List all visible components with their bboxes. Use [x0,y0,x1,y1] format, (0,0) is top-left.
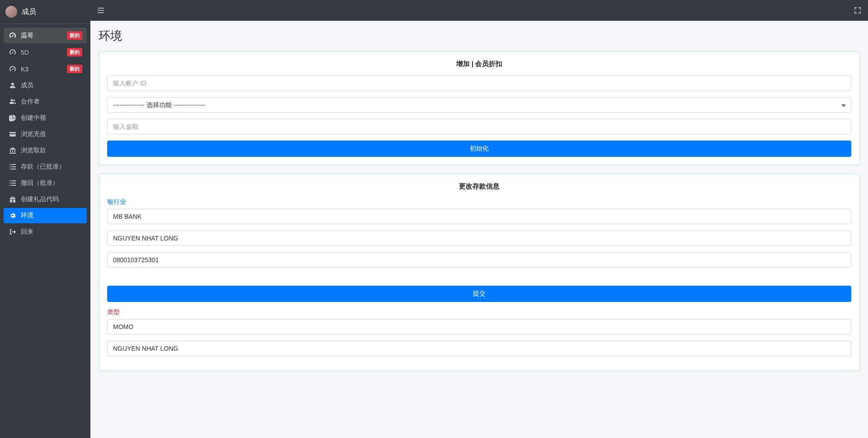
card-icon [8,131,17,138]
user-icon [8,82,17,89]
sidebar-item-7[interactable]: 浏览取款 [4,143,87,158]
sidebar-item-label: 合作者 [21,98,82,106]
sidebar-item-12[interactable]: 回来 [4,224,87,240]
account-id-input[interactable] [107,75,851,91]
bank-icon [8,147,17,154]
svg-rect-1 [9,133,16,134]
sidebar-item-3[interactable]: 成员 [4,78,87,93]
new-badge: 新的 [67,31,82,40]
type-label: 类型 [107,308,851,316]
dashboard-icon [8,66,17,73]
sidebar-item-label: 撤回（批准） [21,179,82,187]
svg-rect-14 [98,8,104,9]
fullscreen-button[interactable] [854,7,861,14]
svg-rect-9 [11,180,16,181]
new-badge: 新的 [67,48,82,57]
card-title: 增加 | 会员折扣 [107,60,851,68]
svg-rect-4 [9,166,10,167]
nav-list: 温哥新的5D新的K3新的成员合作者创建中视浏览充值浏览取款存款（已批准）撤回（批… [0,24,90,244]
account-number-input[interactable] [107,252,851,268]
bars-icon [98,7,104,14]
main: 环境 增加 | 会员折扣 --------------- 选择功能 ------… [90,0,868,438]
account-name-input[interactable] [107,231,851,246]
list-icon [8,179,17,187]
svg-rect-7 [11,169,16,170]
card-title: 更改存款信息 [107,182,851,191]
svg-rect-5 [11,166,16,167]
sidebar-item-6[interactable]: 浏览充值 [4,127,87,142]
sidebar-item-0[interactable]: 温哥新的 [4,28,87,43]
amount-input[interactable] [107,119,851,134]
svg-rect-10 [9,183,10,184]
sidebar-item-11[interactable]: 环境 [4,208,87,223]
svg-rect-12 [9,185,10,186]
type-input[interactable] [107,319,851,334]
sidebar-item-4[interactable]: 合作者 [4,94,87,109]
sidebar-item-label: 浏览充值 [21,130,82,138]
svg-rect-2 [9,164,10,165]
sidebar-item-label: K3 [21,66,67,73]
dashboard-icon [8,49,17,56]
sidebar-item-label: 回来 [21,228,82,236]
content: 环境 增加 | 会员折扣 --------------- 选择功能 ------… [90,21,868,386]
momo-name-input[interactable] [107,341,851,356]
avatar [5,6,17,18]
sidebar-item-2[interactable]: K3新的 [4,61,87,77]
sidebar-item-9[interactable]: 撤回（批准） [4,175,87,191]
sidebar: 成员 温哥新的5D新的K3新的成员合作者创建中视浏览充值浏览取款存款（已批准）撤… [0,0,90,438]
sidebar-item-5[interactable]: 创建中视 [4,110,87,126]
bank-label: 银行业 [107,198,851,206]
initialize-button[interactable]: 初始化 [107,141,851,157]
deposit-info-card: 更改存款信息 银行业 提交 类型 [99,174,860,371]
sidebar-item-label: 环境 [21,212,82,220]
sidebar-item-label: 5D [21,49,67,56]
sidebar-item-10[interactable]: 创建礼品代码 [4,192,87,207]
svg-rect-15 [98,10,104,11]
submit-bank-button[interactable]: 提交 [107,286,851,302]
new-badge: 新的 [67,65,82,73]
discount-card: 增加 | 会员折扣 --------------- 选择功能 ---------… [99,51,860,165]
svg-rect-11 [11,183,16,184]
svg-rect-8 [9,180,10,181]
bank-name-input[interactable] [107,209,851,224]
menu-toggle-button[interactable] [98,7,104,14]
svg-rect-6 [9,169,10,170]
expand-icon [854,7,861,14]
sidebar-item-8[interactable]: 存款（已批准） [4,159,87,174]
logout-icon [8,228,17,235]
brand[interactable]: 成员 [0,0,90,24]
page-title: 环境 [99,28,860,44]
topbar [90,0,868,21]
svg-rect-16 [98,12,104,13]
svg-rect-13 [11,185,16,186]
list-icon [8,163,17,170]
svg-rect-3 [11,164,16,165]
pie-icon [8,114,17,122]
users-icon [8,98,17,105]
gift-icon [8,196,17,203]
sidebar-item-label: 成员 [21,81,82,89]
brand-title: 成员 [22,7,36,17]
sidebar-item-1[interactable]: 5D新的 [4,44,87,60]
gear-icon [8,212,17,219]
sidebar-item-label: 创建礼品代码 [21,195,82,203]
sidebar-item-label: 创建中视 [21,114,82,122]
dashboard-icon [8,32,17,39]
sidebar-item-label: 温哥 [21,32,67,40]
sidebar-item-label: 浏览取款 [21,146,82,155]
sidebar-item-label: 存款（已批准） [21,163,82,171]
function-select[interactable]: --------------- 选择功能 --------------- [107,97,851,113]
